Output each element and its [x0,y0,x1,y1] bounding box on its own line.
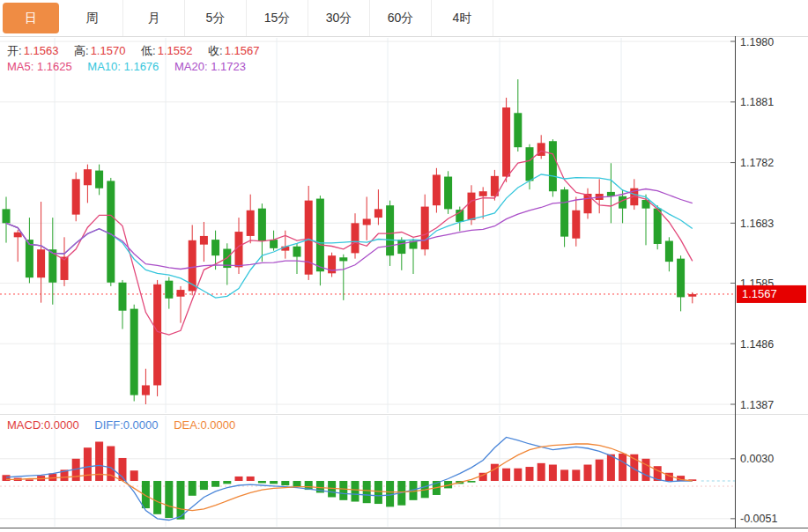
candle-body [397,240,405,254]
candle-body [572,211,580,239]
tab-60min[interactable]: 60分 [370,0,432,36]
candle-body [247,211,255,236]
tab-day[interactable]: 日 [3,3,59,33]
candle-body [37,249,45,277]
price-axis-label: 1.1486 [740,338,774,351]
tab-5min[interactable]: 5分 [185,0,247,36]
macd-histogram-bar [537,463,545,481]
candle-body [468,193,476,220]
macd-axis-label: -0.0051 [740,513,777,525]
candle-body [363,218,371,225]
macd-histogram-bar [514,469,522,481]
dea-readout: DEA:0.0000 [174,418,235,432]
ohlc-legend: 开:1.1563 高:1.1570 低:1.1552 收:1.1567 [7,43,271,59]
macd-histogram-bar [526,467,534,481]
macd-histogram-bar [468,481,476,483]
main-candlestick-chart[interactable]: 1.19801.18811.17821.16831.15851.14861.13… [0,36,808,414]
tab-4hour[interactable]: 4时 [432,0,493,36]
macd-histogram-bar [281,481,289,485]
macd-histogram-bar [339,481,347,500]
current-price-value: 1.1567 [742,287,777,300]
macd-histogram-bar [596,460,604,481]
ma5-readout: MA5: 1.1625 [7,60,72,73]
tab-15min[interactable]: 15分 [247,0,308,36]
candle-body [165,281,173,299]
macd-histogram-bar [584,465,592,481]
macd-histogram-bar [549,465,557,481]
candle-body [72,179,80,214]
low-readout: 低:1.1552 [141,44,192,57]
macd-histogram-bar [642,459,650,481]
candle-body [352,223,360,253]
macd-histogram-bar [572,469,580,481]
macd-axis-label: 0.0030 [740,453,774,465]
candle-body [270,240,278,248]
ma20-readout: MA20: 1.1723 [174,60,246,73]
candle-body [153,284,161,386]
price-axis-label: 1.1387 [740,399,774,411]
macd-histogram-bar [165,481,173,518]
tab-week[interactable]: 周 [62,0,123,36]
macd-histogram-bar [107,447,115,481]
macd-histogram-bar [258,481,266,484]
macd-histogram-bar [374,481,382,504]
macd-histogram-bar [502,469,510,481]
price-axis-label: 1.1683 [740,218,774,230]
macd-histogram-bar [247,477,255,481]
candle-body [421,207,429,250]
candle-body [339,257,347,261]
tab-30min[interactable]: 30分 [308,0,370,36]
price-axis-label: 1.1881 [740,96,774,108]
close-readout: 收:1.1567 [208,44,259,57]
candle-body [107,181,115,282]
candle-body [374,209,382,218]
candle-body [665,240,673,262]
macd-histogram-bar [491,464,499,481]
macd-histogram-bar [235,477,243,481]
macd-legend: MACD:0.0000 DIFF:0.0000 DEA:0.0000 [7,418,248,432]
macd-histogram-bar [200,481,208,490]
candle-body [688,294,696,297]
candle-body [560,189,568,236]
macd-histogram-bar [363,481,371,503]
candle-body [177,290,185,297]
candle-body [654,209,662,244]
tab-month[interactable]: 月 [123,0,185,36]
candle-body [26,240,33,277]
candle-body [84,169,92,185]
macd-histogram-bar [352,481,360,502]
macd-histogram-bar [95,441,103,481]
macd-histogram-bar [607,454,615,481]
candle-body [526,147,534,181]
macd-histogram-bar [153,481,161,514]
macd-histogram-bar [130,470,138,481]
candle-body [258,209,266,241]
macd-histogram-bar [3,475,11,481]
high-readout: 高:1.1570 [74,44,125,57]
macd-histogram-bar [211,481,219,487]
candle-body [479,191,487,196]
macd-histogram-bar [270,481,278,484]
ma-legend: MA5: 1.1625 MA10: 1.1676 MA20: 1.1723 [7,60,258,73]
macd-histogram-bar [619,454,626,481]
chart-app: 日 周 月 5分 15分 30分 60分 4时 开:1.1563 高:1.157… [0,0,808,532]
candle-body [14,233,22,238]
macd-indicator-chart[interactable]: 0.0030-0.0051 [0,414,808,532]
candle-body [200,236,208,245]
macd-histogram-bar [560,469,568,481]
timeframe-tabbar: 日 周 月 5分 15分 30分 60分 4时 [0,0,808,37]
candle-body [130,309,138,395]
candle-body [142,385,150,395]
macd-readout: MACD:0.0000 [7,418,79,432]
candle-body [293,247,301,257]
candle-body [502,107,510,177]
candle-body [386,205,394,255]
price-axis-label: 1.1782 [740,157,774,169]
candle-body [211,240,219,255]
candle-body [119,283,127,311]
ma10-readout: MA10: 1.1676 [87,60,159,73]
macd-histogram-bar [26,479,33,481]
macd-histogram-bar [386,481,394,506]
candle-body [549,141,557,191]
candle-body [677,259,685,298]
